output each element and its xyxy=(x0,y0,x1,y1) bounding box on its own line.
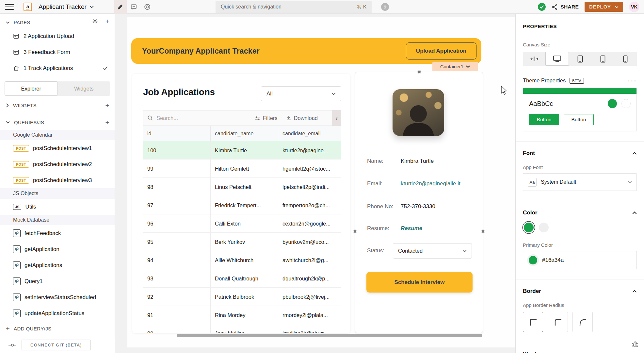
radius-round-option[interactable] xyxy=(572,312,593,332)
add-widget-button[interactable]: + xyxy=(105,102,109,109)
theme-more-button[interactable]: ··· xyxy=(628,79,637,82)
divider xyxy=(516,342,644,342)
download-button[interactable]: Download xyxy=(286,115,318,121)
status-filter-select[interactable]: All xyxy=(261,86,341,101)
table-row[interactable]: 99 Hilton Gemlett hgemlett2q@istoc... xyxy=(143,160,341,178)
cell-id: 100 xyxy=(143,141,211,159)
container1-tag[interactable]: Container1 xyxy=(432,62,478,71)
table-row[interactable]: 97 Friedrick Tempert... ftemperton2o@ch.… xyxy=(143,196,341,214)
tab-explorer-label: Explorer xyxy=(21,86,41,92)
table-row[interactable]: 91 Rina Mordey rmordey2i@plala... xyxy=(143,306,341,324)
canvas-size-desktop[interactable] xyxy=(545,52,569,66)
shadow-section-header[interactable]: Shadow xyxy=(523,351,637,353)
tab-explorer[interactable]: Explorer xyxy=(5,81,58,96)
filters-button[interactable]: Filters xyxy=(255,115,278,121)
canvas-size-phone[interactable] xyxy=(614,52,637,66)
add-query-plus-button[interactable]: + xyxy=(105,119,109,126)
theme-properties-header: Theme Properties BETA ··· xyxy=(523,77,637,84)
table-search-input[interactable] xyxy=(156,115,218,121)
query-item-postscheduleinterview1[interactable]: POST postScheduleInterview1 xyxy=(0,140,115,156)
debug-button[interactable] xyxy=(632,341,639,349)
view-mode-button[interactable] xyxy=(140,0,154,14)
sidebar-item-application-upload[interactable]: 2 Application Upload xyxy=(0,28,115,44)
horizontal-scrollbar[interactable] xyxy=(177,334,482,337)
app-font-select[interactable]: Aa System Default xyxy=(523,173,637,191)
tab-widgets[interactable]: Widgets xyxy=(58,81,110,96)
help-button[interactable]: ? xyxy=(381,3,389,11)
divider xyxy=(516,279,644,279)
pencil-icon xyxy=(117,4,123,10)
table-row[interactable]: 100 Kimbra Turtle kturtle2r@pagine... xyxy=(143,141,341,160)
column-header-candidate-name[interactable]: candidate_name xyxy=(211,126,278,141)
column-header-id[interactable]: id xyxy=(143,126,211,141)
status-select[interactable]: Contacted xyxy=(393,243,472,259)
collapse-pane-button[interactable]: ‹ xyxy=(332,110,341,126)
table-row[interactable]: 94 Allie Whitchurch awhitchurch2l@g... xyxy=(143,251,341,269)
radius-sharp-option[interactable] xyxy=(523,312,543,332)
query-item-postscheduleinterview3[interactable]: POST postScheduleInterview3 xyxy=(0,172,115,188)
detail-row-name: Name: Kimbra Turtle xyxy=(367,156,475,167)
query-item-getapplications[interactable]: getApplications xyxy=(0,257,115,273)
widgets-tree-header[interactable]: WIDGETS + xyxy=(0,98,115,113)
phone-icon xyxy=(623,55,628,63)
schedule-interview-button[interactable]: Schedule Interview xyxy=(366,272,473,293)
primary-color-swatch[interactable] xyxy=(524,223,534,232)
color-section-header[interactable]: Color xyxy=(523,210,637,216)
gear-icon[interactable] xyxy=(92,18,98,24)
user-avatar[interactable]: VK xyxy=(629,2,639,12)
table-row[interactable]: 93 Donall Qualtrough dqualtrough2k@p... xyxy=(143,269,341,288)
share-button[interactable]: SHARE xyxy=(552,4,579,10)
canvas-size-tablet-large[interactable] xyxy=(569,52,591,66)
saved-check-icon xyxy=(538,3,546,11)
avatar-initials: VK xyxy=(631,4,637,9)
resize-handle-top[interactable] xyxy=(418,70,421,74)
background-color-swatch[interactable] xyxy=(539,223,549,232)
resume-link[interactable]: Resume xyxy=(401,225,422,232)
app-name-menu[interactable]: Applicant Tracker xyxy=(39,3,94,10)
query-item-fetchfeedback[interactable]: fetchFeedback xyxy=(0,225,115,241)
table-row[interactable]: 92 Patrick Bulbrook pbulbrook2j@livej... xyxy=(143,288,341,306)
resize-handle-left[interactable] xyxy=(353,230,357,233)
email-link[interactable]: kturtle2r@paginegialle.it xyxy=(401,180,460,187)
gear-icon[interactable] xyxy=(466,64,470,69)
cell-name: Friedrick Tempert... xyxy=(211,196,278,214)
js-object-utils[interactable]: JS Utils xyxy=(0,199,115,215)
queries-header-label: QUERIES/JS xyxy=(14,120,44,125)
canvas-size-fluid[interactable] xyxy=(523,52,545,66)
comment-mode-button[interactable] xyxy=(127,0,140,14)
column-header-candidate-email[interactable]: candidate_email xyxy=(278,126,341,141)
radius-medium-option[interactable] xyxy=(548,312,568,332)
canvas-size-label: Canvas Size xyxy=(523,42,637,47)
sidebar-item-feedback-form[interactable]: 3 Feeedback Form xyxy=(0,44,115,60)
connect-git-button[interactable]: CONNECT GIT (BETA) xyxy=(22,340,91,350)
hamburger-menu-icon[interactable] xyxy=(5,0,14,14)
theme-preview-card[interactable]: AaBbCc Button Button xyxy=(523,88,637,131)
upload-application-button[interactable]: Upload Application xyxy=(406,42,476,59)
query-item-updateapplicationstatus[interactable]: updateApplicationStatus xyxy=(0,305,115,321)
table-row[interactable]: 90 Jany Mullins jmullins2h@shutt... xyxy=(143,324,341,333)
canvas-size-tablet[interactable] xyxy=(591,52,614,66)
add-page-button[interactable]: + xyxy=(105,18,109,25)
table-row[interactable]: 98 Linus Petschelt lpetschelt2p@indi... xyxy=(143,178,341,196)
table-row[interactable]: 95 Berk Yurikov byurikov2m@uco... xyxy=(143,233,341,251)
query-item-getapplication[interactable]: getApplication xyxy=(0,241,115,257)
quick-search-bar[interactable]: ⌘ K xyxy=(216,1,372,13)
query-item-query1[interactable]: Query1 xyxy=(0,273,115,289)
candidate-detail-container[interactable]: Name: Kimbra Turtle Email: kturtle2r@pag… xyxy=(355,72,483,333)
border-section-header[interactable]: Border xyxy=(523,288,637,294)
table-row[interactable]: 96 Calli Exton cexton2n@google... xyxy=(143,214,341,233)
quick-search-input[interactable] xyxy=(221,4,354,10)
primary-color-input[interactable]: #16a34a xyxy=(523,251,637,269)
pages-section-header[interactable]: PAGES + xyxy=(0,14,115,28)
canvas-size-switch xyxy=(523,52,637,66)
edit-mode-button[interactable] xyxy=(114,0,127,14)
font-section-header[interactable]: Font xyxy=(523,150,637,157)
add-query-js-button[interactable]: + ADD QUERY/JS xyxy=(0,321,115,336)
app-header-widget[interactable]: YourCompany Applicant Tracker Upload App… xyxy=(131,38,481,64)
query-item-setinterviewstatusscheduled[interactable]: setInterviewStatusScheduled xyxy=(0,289,115,305)
resize-handle-right[interactable] xyxy=(481,230,485,233)
query-item-postscheduleinterview2[interactable]: POST postScheduleInterview2 xyxy=(0,156,115,172)
deploy-button[interactable]: DEPLOY xyxy=(585,2,623,12)
queries-tree-header[interactable]: QUERIES/JS + xyxy=(0,115,115,130)
sidebar-item-track-applications[interactable]: 1 Track Applications xyxy=(0,60,115,76)
